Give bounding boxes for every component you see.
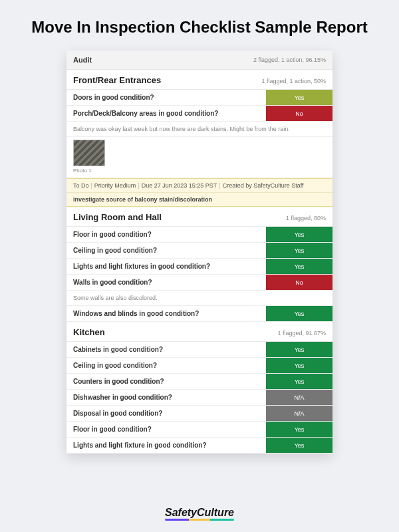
item-status-badge: No [266, 106, 332, 121]
checklist-item: Disposal in good condition?N/A [66, 406, 332, 422]
audit-stats: 2 flagged, 1 action, 96.15% [253, 57, 326, 63]
item-status-badge: Yes [266, 374, 332, 389]
checklist-item: Windows and blinds in good condition?Yes [66, 306, 332, 322]
item-status-badge: Yes [266, 227, 332, 242]
footer-brand-logo: SafetyCulture [0, 507, 399, 519]
item-label: Ceiling in good condition? [66, 358, 266, 373]
checklist-item: Counters in good condition?Yes [66, 374, 332, 390]
audit-label: Audit [73, 56, 92, 64]
item-label: Windows and blinds in good condition? [66, 306, 266, 321]
photo-thumbnail[interactable] [73, 140, 105, 166]
item-label: Ceiling in good condition? [66, 243, 266, 258]
item-label: Lights and light fixture in good conditi… [66, 438, 266, 453]
action-creator: Created by SafetyCulture Staff [223, 182, 304, 189]
section-header: Kitchen1 flagged, 91.67% [66, 322, 332, 342]
item-note: Some walls are also discolored. [66, 291, 332, 306]
section-stats: 1 flagged, 91.67% [277, 330, 326, 336]
action-banner: To Do|Priority Medium|Due 27 Jun 2023 15… [66, 178, 332, 207]
report-card: Audit 2 flagged, 1 action, 96.15% Front/… [66, 51, 332, 454]
item-status-badge: Yes [266, 243, 332, 258]
item-label: Cabinets in good condition? [66, 342, 266, 357]
photo-caption: Photo 1 [73, 168, 326, 174]
action-description: Investigate source of balcony stain/disc… [66, 193, 332, 206]
page-title: Move In Inspection Checklist Sample Repo… [0, 0, 399, 51]
item-status-badge: N/A [266, 390, 332, 405]
section-title: Kitchen [73, 327, 105, 337]
item-label: Disposal in good condition? [66, 406, 266, 421]
item-status-badge: Yes [266, 438, 332, 453]
checklist-item: Ceiling in good condition?Yes [66, 358, 332, 374]
item-status-badge: Yes [266, 259, 332, 274]
checklist-item: Lights and light fixtures in good condit… [66, 259, 332, 275]
item-status-badge: Yes [266, 90, 332, 105]
action-meta: To Do|Priority Medium|Due 27 Jun 2023 15… [66, 179, 332, 193]
item-status-badge: No [266, 275, 332, 290]
item-status-badge: Yes [266, 342, 332, 357]
section-stats: 1 flagged, 80% [286, 215, 326, 221]
checklist-item: Walls in good condition?No [66, 275, 332, 291]
checklist-item: Porch/Deck/Balcony areas in good conditi… [66, 106, 332, 122]
checklist-item: Floor in good condition?Yes [66, 227, 332, 243]
item-label: Floor in good condition? [66, 422, 266, 437]
item-label: Floor in good condition? [66, 227, 266, 242]
item-label: Porch/Deck/Balcony areas in good conditi… [66, 106, 266, 121]
item-note: Balcony was okay last week but now there… [66, 122, 332, 137]
checklist-item: Dishwasher in good condition?N/A [66, 390, 332, 406]
checklist-item: Lights and light fixture in good conditi… [66, 438, 332, 454]
section-header: Living Room and Hall1 flagged, 80% [66, 207, 332, 227]
item-label: Dishwasher in good condition? [66, 390, 266, 405]
action-due: Due 27 Jun 2023 15:25 PST [142, 182, 217, 189]
section-stats: 1 flagged, 1 action, 50% [261, 78, 326, 84]
section-title: Living Room and Hall [73, 212, 162, 222]
item-label: Counters in good condition? [66, 374, 266, 389]
audit-header: Audit 2 flagged, 1 action, 96.15% [66, 51, 332, 70]
section-header: Front/Rear Entrances1 flagged, 1 action,… [66, 70, 332, 90]
checklist-item: Doors in good condition?Yes [66, 90, 332, 106]
item-label: Walls in good condition? [66, 275, 266, 290]
section-title: Front/Rear Entrances [73, 75, 161, 85]
item-status-badge: Yes [266, 422, 332, 437]
item-status-badge: N/A [266, 406, 332, 421]
checklist-item: Floor in good condition?Yes [66, 422, 332, 438]
action-status: To Do [73, 182, 89, 189]
item-label: Doors in good condition? [66, 90, 266, 105]
photo-block: Photo 1 [66, 137, 332, 178]
checklist-item: Ceiling in good condition?Yes [66, 243, 332, 259]
item-status-badge: Yes [266, 306, 332, 321]
checklist-item: Cabinets in good condition?Yes [66, 342, 332, 358]
item-status-badge: Yes [266, 358, 332, 373]
action-priority: Priority Medium [94, 182, 136, 189]
item-label: Lights and light fixtures in good condit… [66, 259, 266, 274]
